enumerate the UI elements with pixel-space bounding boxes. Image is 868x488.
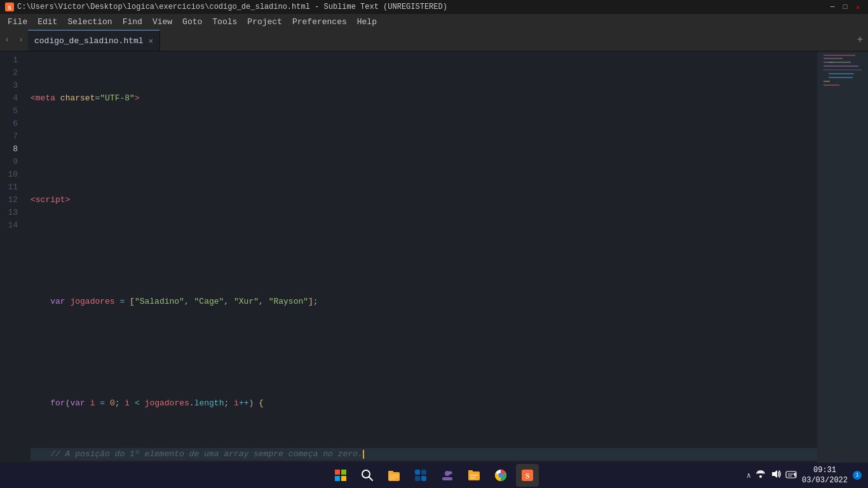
line-num-10: 10: [5, 168, 18, 181]
menu-selection[interactable]: Selection: [62, 16, 117, 28]
chrome-button[interactable]: [489, 464, 512, 487]
tab-nav-left[interactable]: ‹: [0, 29, 14, 51]
code-line-2: [31, 143, 817, 156]
line-num-2: 2: [5, 67, 18, 79]
code-line-7: for(var i = 0; i < jogadores.length; i++…: [31, 397, 817, 410]
svg-rect-33: [470, 477, 475, 478]
line-num-1: 1: [5, 54, 18, 67]
menu-goto[interactable]: Goto: [177, 16, 207, 28]
svg-rect-31: [468, 470, 473, 473]
svg-point-39: [759, 475, 762, 478]
menu-find[interactable]: Find: [118, 16, 147, 28]
svg-rect-6: [824, 65, 858, 67]
minimize-button[interactable]: ─: [827, 2, 837, 12]
svg-rect-13: [341, 470, 346, 475]
line-num-11: 11: [5, 181, 18, 194]
svg-rect-10: [824, 81, 830, 82]
svg-rect-3: [824, 58, 843, 59]
line-num-4: 4: [5, 92, 18, 105]
menu-bar: File Edit Selection Find View Goto Tools…: [0, 14, 868, 29]
taskbar-right: ∧: [747, 465, 868, 485]
search-button[interactable]: [356, 464, 379, 487]
svg-rect-11: [824, 85, 839, 86]
svg-rect-22: [389, 478, 395, 480]
teams-button[interactable]: [436, 464, 459, 487]
close-button[interactable]: ✕: [853, 2, 863, 12]
system-tray: ∧: [747, 468, 797, 482]
windows-start-button[interactable]: [329, 464, 352, 487]
svg-rect-8: [829, 73, 854, 74]
svg-text:S: S: [526, 471, 530, 480]
taskbar: S ∧: [0, 463, 868, 488]
editor-area: 1 2 3 4 5 6 7 8 9 10 11 12 13 14 <meta c…: [0, 51, 868, 463]
menu-file[interactable]: File: [3, 16, 32, 28]
svg-rect-7: [824, 69, 862, 71]
line-num-5: 5: [5, 105, 18, 118]
svg-rect-20: [389, 475, 399, 476]
svg-line-17: [369, 477, 373, 481]
line-numbers: 1 2 3 4 5 6 7 8 9 10 11 12 13 14: [0, 51, 23, 463]
clock-display[interactable]: 09:31 03/03/2022: [802, 465, 848, 485]
svg-rect-2: [824, 55, 855, 56]
menu-tools[interactable]: Tools: [207, 16, 242, 28]
menu-view[interactable]: View: [147, 16, 177, 28]
code-line-6: [31, 346, 817, 359]
file-explorer-button[interactable]: [383, 464, 405, 487]
clock-time: 09:31: [802, 465, 848, 475]
menu-help[interactable]: Help: [352, 16, 382, 28]
svg-rect-12: [335, 470, 340, 475]
line-num-13: 13: [5, 207, 18, 219]
svg-rect-42: [794, 473, 796, 477]
tab-close-button[interactable]: ✕: [149, 36, 153, 46]
widgets-button[interactable]: [409, 464, 432, 487]
line-num-8: 8: [5, 143, 18, 156]
tab-add-button[interactable]: +: [857, 34, 863, 46]
minimap: [817, 51, 868, 463]
tab-nav-right[interactable]: ›: [14, 29, 28, 51]
minimap-canvas: [817, 51, 868, 128]
code-line-5: var jogadores = ["Saladino", "Cage", "Xu…: [31, 295, 817, 308]
network-icon[interactable]: [755, 468, 766, 482]
code-line-8: // A posição do 1º elemento de uma array…: [31, 448, 817, 461]
svg-rect-19: [388, 471, 393, 473]
line-num-6: 6: [5, 118, 18, 130]
code-line-3: <script>: [31, 194, 817, 207]
line-num-14: 14: [5, 219, 18, 232]
svg-point-36: [499, 473, 503, 477]
keyboard-icon[interactable]: [785, 469, 797, 482]
title-text: C:\Users\Victor\Desktop\logica\exercicio…: [17, 3, 447, 11]
clock-date: 03/03/2022: [802, 475, 848, 485]
tab-label: codigo_de_sladino.html: [34, 36, 144, 46]
svg-rect-32: [470, 475, 478, 476]
menu-project[interactable]: Project: [242, 16, 287, 28]
svg-point-28: [449, 471, 452, 475]
notification-badge[interactable]: 1: [853, 471, 862, 480]
svg-rect-5: [829, 62, 851, 63]
svg-rect-21: [389, 477, 399, 478]
volume-icon[interactable]: [770, 468, 782, 482]
svg-rect-29: [442, 477, 452, 480]
tab-bar: ‹ › codigo_de_sladino.html ✕ +: [0, 29, 868, 51]
line-num-9: 9: [5, 156, 18, 168]
code-editor[interactable]: <meta charset="UTF-8"> <script> var joga…: [23, 51, 817, 463]
svg-rect-9: [829, 77, 853, 78]
svg-rect-26: [421, 476, 426, 481]
taskbar-center: S: [329, 464, 539, 487]
svg-rect-23: [415, 470, 420, 475]
menu-edit[interactable]: Edit: [32, 16, 62, 28]
file-manager-button[interactable]: [463, 464, 485, 487]
maximize-button[interactable]: □: [840, 2, 850, 12]
window-controls: ─ □ ✕: [827, 2, 863, 12]
tab-codigo-de-sladino[interactable]: codigo_de_sladino.html ✕: [28, 30, 160, 51]
svg-rect-14: [335, 476, 340, 481]
line-num-7: 7: [5, 130, 18, 143]
svg-marker-40: [772, 470, 777, 478]
svg-rect-15: [341, 476, 346, 481]
svg-rect-25: [415, 476, 420, 481]
svg-rect-24: [421, 470, 426, 475]
sublime-taskbar-button[interactable]: S: [516, 464, 539, 487]
menu-preferences[interactable]: Preferences: [287, 16, 352, 28]
code-line-4: [31, 245, 817, 257]
line-num-12: 12: [5, 194, 18, 207]
show-hidden-icons[interactable]: ∧: [747, 471, 751, 480]
